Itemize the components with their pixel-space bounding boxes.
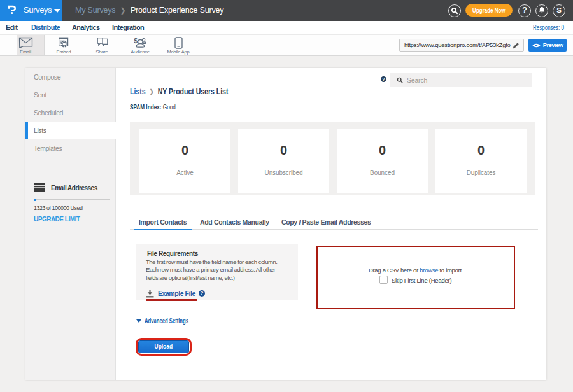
svg-text:$: $ xyxy=(134,38,138,45)
